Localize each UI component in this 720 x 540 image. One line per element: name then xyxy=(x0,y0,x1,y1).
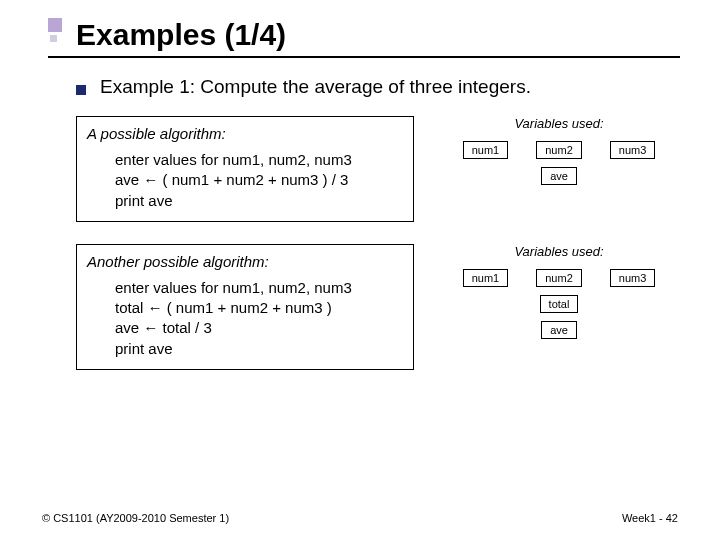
var-box-num1: num1 xyxy=(463,141,509,159)
algo2-line3-rhs: total / 3 xyxy=(158,319,211,336)
algo1-line3: print ave xyxy=(115,191,403,211)
vars1-title: Variables used: xyxy=(438,116,680,131)
accent-square-icon xyxy=(48,18,62,32)
var-box-total: total xyxy=(540,295,579,313)
vars2-title: Variables used: xyxy=(438,244,680,259)
title-row: Examples (1/4) xyxy=(48,18,680,52)
algo1-line2-rhs: ( num1 + num2 + num3 ) / 3 xyxy=(158,171,348,188)
algo2-line3-lhs: ave xyxy=(115,319,143,336)
algo1-line1: enter values for num1, num2, num3 xyxy=(115,150,403,170)
square-bullet-icon xyxy=(76,85,86,95)
algo2-body: enter values for num1, num2, num3 total … xyxy=(115,278,403,359)
algo2-line2: total ← ( num1 + num2 + num3 ) xyxy=(115,298,403,318)
algo1-title: A possible algorithm: xyxy=(87,125,403,142)
footer-left: © CS1101 (AY2009-2010 Semester 1) xyxy=(42,512,229,524)
algo1-body: enter values for num1, num2, num3 ave ← … xyxy=(115,150,403,211)
slide-title: Examples (1/4) xyxy=(76,18,286,52)
title-rule xyxy=(48,56,680,58)
var-box-num3: num3 xyxy=(610,141,656,159)
var-box-num2: num2 xyxy=(536,141,582,159)
var-box-num3: num3 xyxy=(610,269,656,287)
vars2-col: Variables used: num1 num2 num3 total ave xyxy=(438,244,680,370)
footer: © CS1101 (AY2009-2010 Semester 1) Week1 … xyxy=(42,512,678,524)
example-heading-row: Example 1: Compute the average of three … xyxy=(76,76,680,98)
left-arrow-icon: ← xyxy=(143,171,158,188)
algo2-line1: enter values for num1, num2, num3 xyxy=(115,278,403,298)
algo2-title: Another possible algorithm: xyxy=(87,253,403,270)
var-box-num2: num2 xyxy=(536,269,582,287)
algo1-line2: ave ← ( num1 + num2 + num3 ) / 3 xyxy=(115,170,403,190)
algo2-line3: ave ← total / 3 xyxy=(115,318,403,338)
example-heading: Example 1: Compute the average of three … xyxy=(100,76,531,98)
slide: Examples (1/4) Example 1: Compute the av… xyxy=(0,0,720,540)
content: Example 1: Compute the average of three … xyxy=(76,76,680,370)
algo2-line4: print ave xyxy=(115,339,403,359)
var-box-ave: ave xyxy=(541,321,577,339)
algo2-box: Another possible algorithm: enter values… xyxy=(76,244,414,370)
algo2-line2-lhs: total xyxy=(115,299,148,316)
footer-right: Week1 - 42 xyxy=(622,512,678,524)
vars2-row3: ave xyxy=(438,321,680,339)
vars1-row2: ave xyxy=(438,167,680,185)
left-arrow-icon: ← xyxy=(143,319,158,336)
accent-square-small-icon xyxy=(50,35,57,42)
algo2-line2-rhs: ( num1 + num2 + num3 ) xyxy=(163,299,332,316)
algo1-row: A possible algorithm: enter values for n… xyxy=(76,116,680,222)
var-box-ave: ave xyxy=(541,167,577,185)
vars1-row1: num1 num2 num3 xyxy=(438,141,680,159)
left-arrow-icon: ← xyxy=(148,299,163,316)
algo1-box: A possible algorithm: enter values for n… xyxy=(76,116,414,222)
algo2-row: Another possible algorithm: enter values… xyxy=(76,244,680,370)
var-box-num1: num1 xyxy=(463,269,509,287)
vars2-row2: total xyxy=(438,295,680,313)
vars2-row1: num1 num2 num3 xyxy=(438,269,680,287)
accent-decoration xyxy=(48,18,66,42)
vars1-col: Variables used: num1 num2 num3 ave xyxy=(438,116,680,222)
algo1-line2-lhs: ave xyxy=(115,171,143,188)
